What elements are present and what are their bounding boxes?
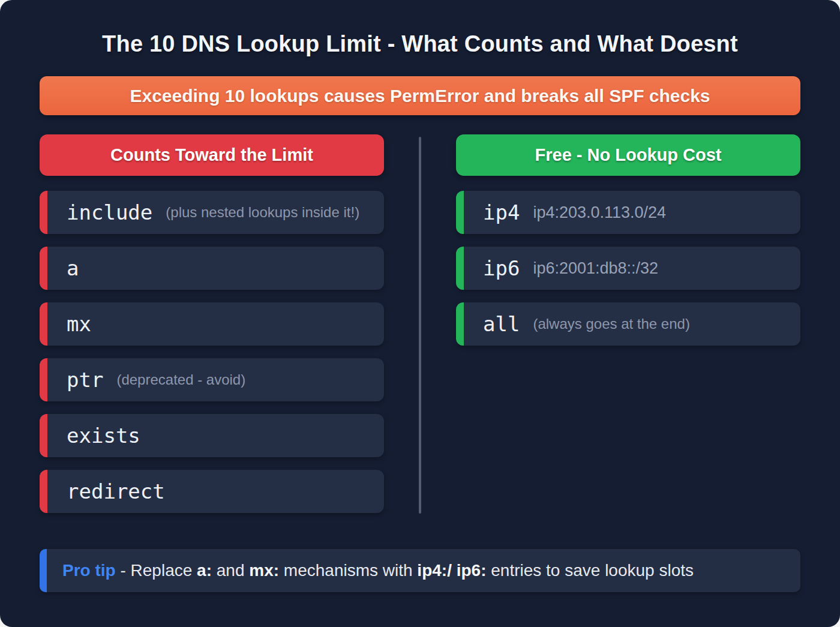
free-column: Free - No Lookup Cost ip4 ip4:203.0.113.… (456, 134, 800, 346)
mechanism-keyword: redirect (67, 479, 165, 503)
counts-column: Counts Toward the Limit include (plus ne… (40, 134, 384, 513)
page-title: The 10 DNS Lookup Limit - What Counts an… (0, 31, 840, 57)
mechanism-keyword: all (483, 312, 520, 336)
free-item-list: ip4 ip4:203.0.113.0/24 ip6 ip6:2001:db8:… (456, 191, 800, 346)
pro-tip-bar: Pro tip - Replace a: and mx: mechanisms … (40, 549, 800, 592)
mechanism-keyword: include (67, 200, 152, 224)
infographic-canvas: The 10 DNS Lookup Limit - What Counts an… (0, 0, 840, 627)
mechanism-card: ip4 ip4:203.0.113.0/24 (456, 191, 800, 234)
mechanism-card: redirect (40, 470, 384, 513)
pro-tip-label: Pro tip (62, 561, 116, 580)
mechanism-keyword: ptr (67, 368, 103, 392)
mechanism-note: ip4:203.0.113.0/24 (533, 203, 666, 222)
mechanism-keyword: mx (67, 312, 91, 336)
mechanism-keyword: ip6 (483, 256, 520, 280)
warning-banner: Exceeding 10 lookups causes PermError an… (40, 76, 800, 115)
mechanism-card: ip6 ip6:2001:db8::/32 (456, 247, 800, 290)
mechanism-note: ip6:2001:db8::/32 (533, 259, 658, 278)
mechanism-card: include (plus nested lookups inside it!) (40, 191, 384, 234)
mechanism-note: (deprecated - avoid) (116, 371, 245, 388)
mechanism-card: a (40, 247, 384, 290)
column-divider (419, 137, 421, 514)
warning-banner-text: Exceeding 10 lookups causes PermError an… (130, 86, 710, 106)
mechanism-note: (always goes at the end) (533, 316, 689, 332)
mechanism-keyword: exists (67, 424, 140, 448)
pro-tip-text: Pro tip - Replace a: and mx: mechanisms … (62, 561, 694, 580)
mechanism-keyword: a (67, 256, 79, 280)
counts-column-header: Counts Toward the Limit (40, 134, 384, 176)
mechanism-card: mx (40, 302, 384, 346)
mechanism-card: ptr (deprecated - avoid) (40, 358, 384, 401)
counts-item-list: include (plus nested lookups inside it!)… (40, 191, 384, 513)
mechanism-keyword: ip4 (483, 200, 520, 224)
mechanism-note: (plus nested lookups inside it!) (166, 204, 359, 221)
mechanism-card: all (always goes at the end) (456, 302, 800, 346)
free-column-header: Free - No Lookup Cost (456, 134, 800, 176)
mechanism-card: exists (40, 414, 384, 457)
pro-tip-segments: - Replace a: and mx: mechanisms with ip4… (116, 561, 694, 580)
